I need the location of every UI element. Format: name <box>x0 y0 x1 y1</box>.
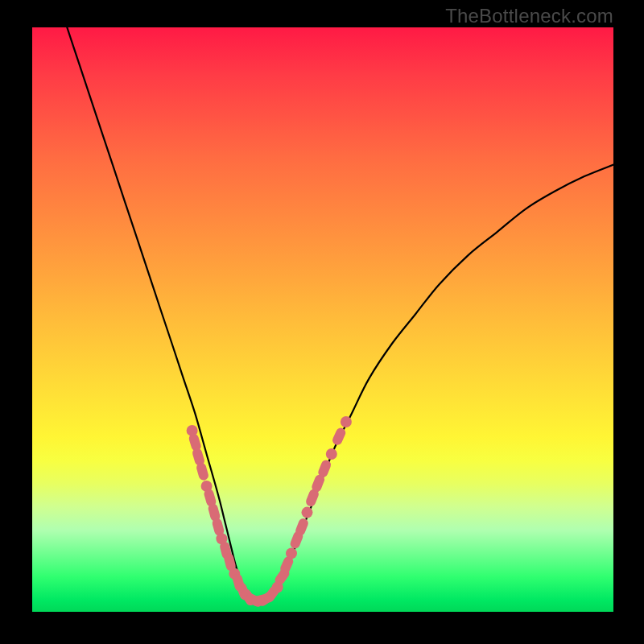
data-point <box>286 547 297 559</box>
data-point <box>326 448 337 460</box>
bottleneck-curve <box>67 27 613 601</box>
plot-area <box>32 27 613 612</box>
data-pill <box>331 427 347 447</box>
curve-svg <box>32 27 613 612</box>
data-point <box>302 507 313 518</box>
data-markers <box>187 416 352 609</box>
chart-container: TheBottleneck.com <box>0 0 644 644</box>
data-point <box>341 416 352 427</box>
watermark-text: TheBottleneck.com <box>445 5 613 27</box>
